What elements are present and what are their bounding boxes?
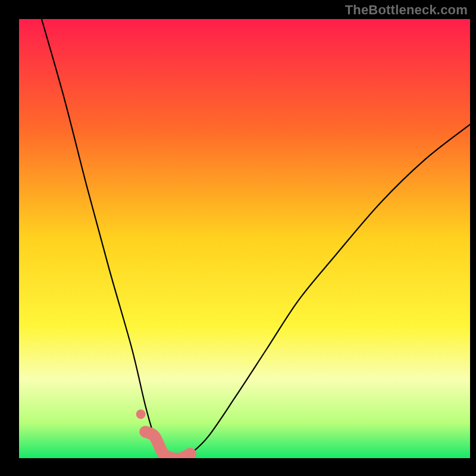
chart-frame: TheBottleneck.com [0, 0, 476, 476]
plot-background-gradient [19, 19, 470, 458]
bottleneck-chart [0, 0, 476, 476]
marker-dot [136, 409, 146, 419]
watermark-label: TheBottleneck.com [345, 2, 468, 18]
